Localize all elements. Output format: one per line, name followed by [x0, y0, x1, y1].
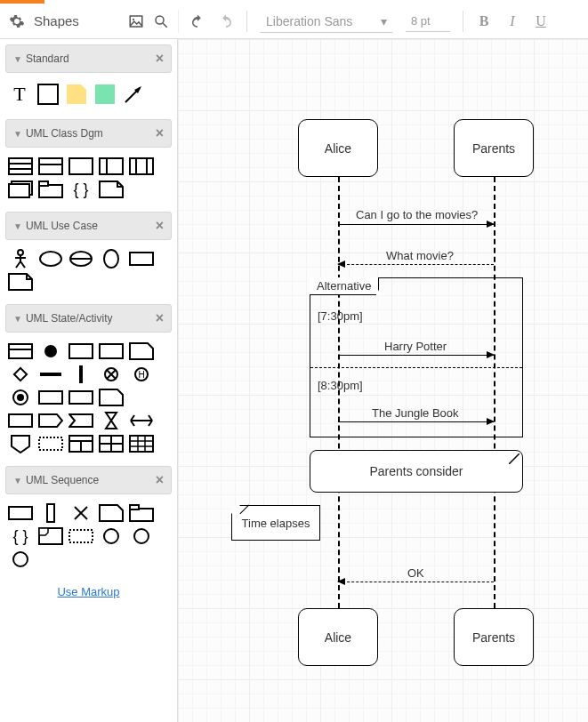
shape-note2[interactable] [7, 272, 34, 292]
undo-button[interactable] [189, 13, 205, 29]
shape-seq-note[interactable] [98, 503, 125, 523]
lifeline-parents-bottom[interactable]: Parents [454, 608, 534, 666]
shape-fork[interactable] [128, 411, 155, 430]
shape-class1[interactable] [68, 156, 94, 176]
shape-note4[interactable] [98, 388, 125, 407]
shape-table1[interactable] [68, 434, 94, 453]
shape-line2[interactable] [37, 272, 64, 292]
shape-hourglass[interactable] [98, 411, 125, 430]
shape-recv[interactable] [68, 411, 94, 430]
shape-ellipse-h[interactable] [68, 249, 94, 269]
svg-rect-37 [9, 344, 32, 358]
shape-table3[interactable] [128, 434, 155, 453]
shape-signal[interactable] [37, 411, 64, 430]
close-icon[interactable]: × [156, 125, 164, 141]
shape-class3[interactable] [7, 156, 34, 176]
group-uml-state[interactable]: ▼ UML State/Activity × [5, 304, 172, 333]
use-markup-link[interactable]: Use Markup [0, 576, 177, 607]
shape-line3[interactable] [128, 388, 155, 407]
close-icon[interactable]: × [156, 472, 164, 488]
shape-package[interactable] [37, 180, 64, 199]
shape-seq-rect[interactable] [7, 503, 34, 523]
group-uml-usecase[interactable]: ▼ UML Use Case × [5, 212, 172, 240]
shape-rect6[interactable] [68, 388, 94, 407]
shape-shield[interactable] [7, 434, 34, 453]
shape-actor[interactable] [7, 249, 34, 269]
collapse-icon: ▼ [13, 221, 22, 231]
shape-vbar[interactable] [68, 365, 94, 384]
image-icon[interactable] [128, 13, 144, 29]
shape-final[interactable] [7, 388, 34, 407]
msg-arrow-return[interactable] [338, 264, 494, 265]
shape-class2[interactable] [37, 156, 64, 176]
shape-circh[interactable]: H [128, 365, 155, 384]
msg-arrow-return[interactable] [338, 582, 494, 582]
shape-hbar[interactable] [37, 365, 64, 384]
shape-seq-circ[interactable] [98, 526, 125, 546]
group-standard[interactable]: ▼ Standard × [5, 44, 172, 73]
svg-rect-53 [69, 391, 93, 404]
close-icon[interactable]: × [156, 218, 164, 234]
note-time[interactable]: Time elapses [231, 505, 320, 541]
msg-arrow[interactable] [338, 421, 494, 422]
redo-button[interactable] [218, 13, 234, 29]
shape-table2[interactable] [98, 434, 125, 453]
shape-ellipse-v[interactable] [98, 249, 125, 269]
shape-rect4[interactable] [98, 341, 125, 361]
shape-note3[interactable] [128, 341, 155, 361]
font-size-input[interactable]: 8 pt [406, 11, 450, 32]
shape-rect5[interactable] [37, 388, 64, 407]
svg-rect-35 [130, 253, 153, 265]
shape-destroy[interactable] [68, 503, 94, 523]
msg-arrow[interactable] [338, 355, 494, 356]
shape-ellipse[interactable] [37, 249, 64, 269]
msg-arrow[interactable] [338, 224, 494, 225]
font-family-select[interactable]: Liberation Sans ▾ [260, 10, 393, 33]
lifeline-alice-bottom[interactable]: Alice [298, 608, 378, 666]
shape-line[interactable] [128, 180, 155, 199]
shape-braces[interactable]: { } [68, 180, 94, 199]
svg-point-34 [104, 250, 118, 268]
close-icon[interactable]: × [156, 51, 164, 67]
group-uml-sequence[interactable]: ▼ UML Sequence × [5, 466, 172, 494]
group-uml-class[interactable]: ▼ UML Class Dgm × [5, 119, 172, 148]
shape-seq-dash[interactable] [68, 526, 94, 546]
svg-point-39 [44, 345, 57, 357]
shape-state[interactable] [7, 341, 34, 361]
shape-classv2[interactable] [128, 156, 155, 176]
shape-activation[interactable] [37, 503, 64, 523]
label: Alice [325, 141, 351, 156]
note-consider[interactable]: Parents consider [310, 450, 523, 493]
close-icon[interactable]: × [156, 310, 164, 326]
shape-diamond[interactable] [7, 365, 34, 384]
collapse-icon: ▼ [13, 129, 22, 139]
shape-multi[interactable] [7, 180, 34, 199]
shape-note[interactable] [98, 180, 125, 199]
shape-note-yellow[interactable] [64, 82, 89, 107]
gear-icon[interactable] [9, 13, 25, 29]
shape-seq-braces[interactable]: { } [7, 526, 34, 546]
italic-button[interactable]: I [504, 13, 520, 29]
lifeline-alice-top[interactable]: Alice [298, 119, 378, 177]
shape-seq-pkg[interactable] [128, 503, 155, 523]
shape-seq-circ2[interactable] [128, 526, 155, 546]
shape-text[interactable]: T [7, 82, 32, 107]
underline-button[interactable]: U [533, 13, 549, 29]
shape-rect7[interactable] [7, 411, 34, 430]
lifeline-parents-top[interactable]: Parents [454, 119, 534, 177]
shape-seq-frame[interactable] [37, 526, 64, 546]
canvas[interactable]: Alice Parents Can I go to the movies? Wh… [178, 39, 588, 722]
shape-dashbox[interactable] [37, 434, 64, 453]
shape-rect-green[interactable] [93, 82, 117, 107]
shape-seq-circ3[interactable] [7, 550, 34, 569]
shapes-sidebar: ▼ Standard × T ▼ UML Class Dgm × { } ▼ U… [0, 39, 178, 722]
shape-rect[interactable] [36, 82, 60, 107]
shape-initial[interactable] [37, 341, 64, 361]
shape-rect2[interactable] [128, 249, 155, 269]
shape-circx[interactable] [98, 365, 125, 384]
shape-classv[interactable] [98, 156, 125, 176]
shape-rect3[interactable] [68, 341, 94, 361]
shape-arrow[interactable] [121, 82, 146, 107]
search-icon[interactable] [153, 13, 169, 29]
bold-button[interactable]: B [476, 13, 492, 29]
